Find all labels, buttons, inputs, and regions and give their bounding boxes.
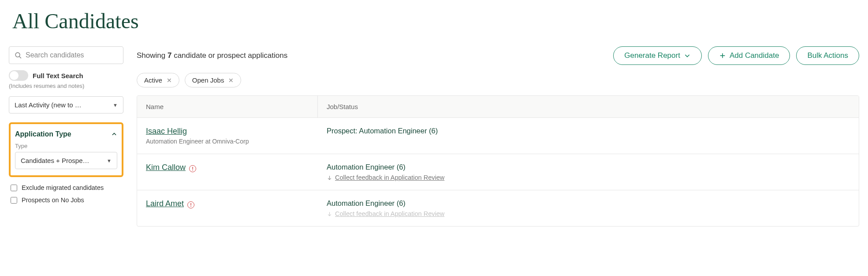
job-status: Automation Engineer (6) [327,163,850,171]
results-count: 7 [168,51,171,60]
chip-active[interactable]: Active ✕ [137,73,179,87]
table-row: Laird Amet ! Automation Engineer (6) Col… [137,190,859,226]
table-header: Name Job/Status [137,96,859,118]
chevron-down-icon: ▼ [107,158,112,163]
arrow-down-icon [327,175,332,181]
full-text-search-label: Full Text Search [33,72,83,79]
main-content: Showing 7 candidate or prospect applicat… [137,46,859,227]
chip-active-label: Active [144,76,162,84]
search-input[interactable] [26,51,118,59]
search-icon [15,52,22,59]
prospects-no-jobs-input[interactable] [11,197,17,204]
type-sublabel: Type [15,143,117,149]
prospects-no-jobs-checkbox[interactable]: Prospects on No Jobs [9,194,123,206]
application-type-title: Application Type [15,130,71,138]
generate-report-button[interactable]: Generate Report [613,46,702,65]
candidates-table: Name Job/Status Isaac Hellig Automation … [137,95,859,227]
feedback-link[interactable]: Collect feedback in Application Review [335,174,444,181]
add-candidate-label: Add Candidate [730,51,779,60]
alert-icon: ! [187,201,194,208]
svg-line-1 [19,56,21,58]
arrow-down-icon [327,211,332,217]
type-select-value: Candidates + Prospe… [21,157,89,164]
sort-select-value: Last Activity (new to … [15,101,82,109]
type-select[interactable]: Candidates + Prospe… ▼ [15,152,117,169]
bulk-actions-label: Bulk Actions [807,51,848,60]
sort-select[interactable]: Last Activity (new to … ▼ [9,96,123,113]
results-suffix: candidate or prospect applications [171,51,287,60]
chip-open-jobs-label: Open Jobs [192,76,224,84]
exclude-migrated-input[interactable] [11,185,17,191]
table-row: Isaac Hellig Automation Engineer at Omni… [137,118,859,154]
full-text-search-toggle[interactable] [9,70,28,81]
feedback-link[interactable]: Collect feedback in Application Review [335,210,444,217]
chevron-down-icon [684,52,691,59]
exclude-migrated-checkbox[interactable]: Exclude migrated candidates [9,181,123,194]
candidate-name-link[interactable]: Isaac Hellig [146,127,187,136]
bulk-actions-button[interactable]: Bulk Actions [796,46,859,65]
sidebar: Full Text Search (Includes resumes and n… [9,46,123,227]
search-input-wrapper[interactable] [9,46,123,64]
chevron-down-icon: ▼ [113,102,118,108]
column-job-status: Job/Status [318,96,859,117]
close-icon[interactable]: ✕ [167,77,172,84]
full-text-search-hint: (Includes resumes and notes) [9,83,123,89]
plus-icon [719,52,726,59]
prospects-no-jobs-label: Prospects on No Jobs [22,197,84,204]
column-name: Name [137,96,318,117]
application-type-header[interactable]: Application Type [15,130,117,138]
candidate-name-link[interactable]: Laird Amet [146,199,184,208]
job-status: Automation Engineer (6) [327,199,850,208]
page-title: All Candidates [12,9,859,33]
candidate-subtitle: Automation Engineer at Omniva-Corp [146,138,309,145]
job-status: Prospect: Automation Engineer (6) [327,127,850,135]
chip-open-jobs[interactable]: Open Jobs ✕ [185,73,242,87]
application-type-filter: Application Type Type Candidates + Prosp… [9,122,123,177]
results-prefix: Showing [137,51,168,60]
chevron-up-icon [111,131,117,137]
table-row: Kim Callow ! Automation Engineer (6) Col… [137,154,859,190]
close-icon[interactable]: ✕ [228,77,234,84]
svg-point-0 [15,53,20,57]
candidate-name-link[interactable]: Kim Callow [146,163,186,172]
add-candidate-button[interactable]: Add Candidate [708,46,790,65]
results-summary: Showing 7 candidate or prospect applicat… [137,51,287,60]
exclude-migrated-label: Exclude migrated candidates [22,184,104,191]
alert-icon: ! [189,165,196,172]
generate-report-label: Generate Report [624,51,680,60]
